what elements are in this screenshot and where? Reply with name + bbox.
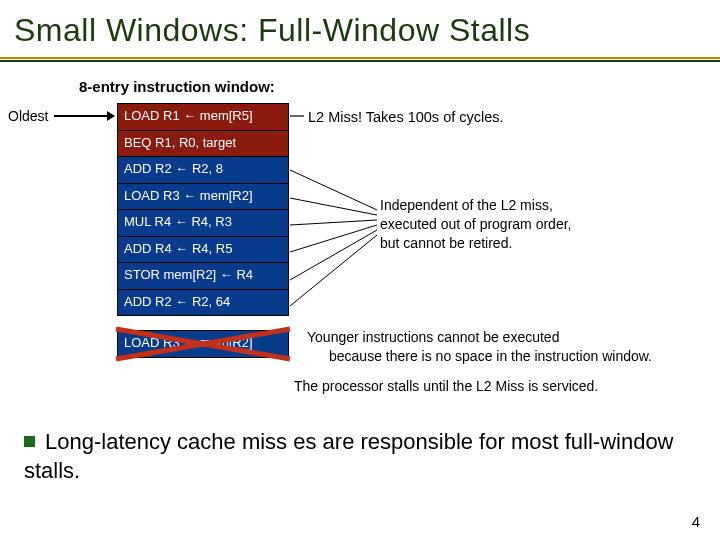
younger-note-line: because there is no space in the instruc…: [329, 347, 652, 366]
l2-miss-note: L2 Miss! Takes 100s of cycles.: [308, 109, 504, 125]
svg-line-8: [290, 235, 377, 306]
bullet-point: Long-latency cache miss es are responsib…: [24, 428, 696, 485]
svg-line-5: [290, 220, 377, 225]
instr-row: BEQ R1, R0, target: [117, 130, 289, 158]
divider-gold: [0, 57, 720, 59]
instruction-window: LOAD R1 ← mem[R5] BEQ R1, R0, target ADD…: [117, 103, 289, 315]
independent-note: Independent of the L2 miss, executed out…: [380, 196, 571, 253]
instr-row: MUL R4 ← R4, R3: [117, 209, 289, 237]
svg-line-4: [290, 198, 377, 215]
instr-row: LOAD R1 ← mem[R5]: [117, 103, 289, 131]
independent-note-line: Independent of the L2 miss,: [380, 196, 571, 215]
bullet-text: Long-latency cache miss es are responsib…: [24, 429, 674, 483]
window-subhead: 8-entry instruction window:: [79, 78, 275, 95]
younger-note-line: Younger instructions cannot be executed: [307, 328, 652, 347]
instr-row: LOAD R3 ← mem[R2]: [117, 183, 289, 211]
oldest-arrow: [54, 115, 114, 117]
younger-instr-row: LOAD R3 ← mem[R2]: [117, 330, 289, 358]
proc-stall-note: The processor stalls until the L2 Miss i…: [294, 378, 598, 394]
independent-note-line: executed out of program order,: [380, 215, 571, 234]
younger-instr: LOAD R3 ← mem[R2]: [117, 330, 289, 358]
instr-row: ADD R4 ← R4, R5: [117, 236, 289, 264]
independent-note-line: but cannot be retired.: [380, 234, 571, 253]
page-number: 4: [692, 513, 700, 530]
instr-row: ADD R2 ← R2, 8: [117, 156, 289, 184]
instr-row: ADD R2 ← R2, 64: [117, 289, 289, 317]
divider-green: [0, 60, 720, 62]
svg-line-6: [290, 225, 377, 252]
instr-row: STOR mem[R2] ← R4: [117, 262, 289, 290]
slide-title: Small Windows: Full-Window Stalls: [0, 0, 720, 57]
bullet-icon: [24, 436, 35, 447]
younger-note: Younger instructions cannot be executed …: [307, 328, 652, 366]
oldest-label: Oldest: [8, 108, 48, 124]
svg-line-3: [290, 170, 377, 210]
svg-line-7: [290, 230, 377, 280]
